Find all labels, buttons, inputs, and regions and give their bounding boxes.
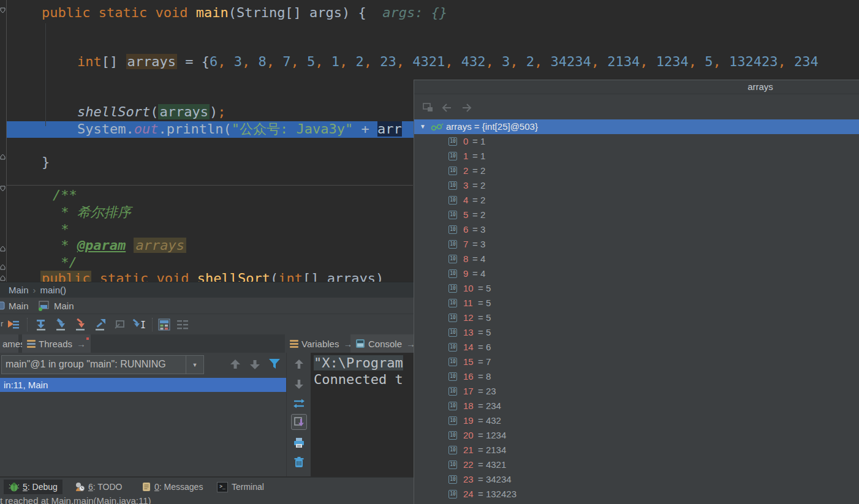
todo-toolwindow-tab[interactable]: 6: TODO [70,480,127,494]
scroll-to-end-button-active[interactable] [291,414,307,430]
debug-toolwindow-tab[interactable]: 5: Debug [4,480,62,494]
fold-up-icon[interactable] [0,274,6,281]
array-item-row[interactable]: 1021= 2134 [414,443,859,457]
messages-icon [142,482,151,492]
array-value: = 7 [478,355,491,369]
array-item-row[interactable]: 1022= 4321 [414,457,859,472]
array-item-row[interactable]: 106= 3 [414,222,859,237]
code-line[interactable]: /** [53,187,77,203]
print-button[interactable] [291,435,307,451]
array-item-row[interactable]: 109= 4 [414,266,859,281]
console-tab[interactable]: Console → [350,334,420,353]
debug-window-tab-main[interactable]: Main [38,298,74,314]
step-over-button[interactable] [34,317,49,332]
array-item-row[interactable]: 103= 2 [414,178,859,193]
array-item-row[interactable]: 100= 1 [414,134,859,149]
clear-console-trash-button[interactable] [291,454,307,470]
console-output[interactable]: "X:\Program Connected t [311,353,414,476]
show-execution-point-button[interactable] [6,317,21,332]
variables-tab[interactable]: Variables → [285,334,357,353]
array-index: 14 [463,340,474,355]
new-watch-icon-disabled[interactable] [422,101,435,115]
primitive-value-icon: 10 [448,358,457,366]
array-item-row[interactable]: 1017= 23 [414,384,859,399]
fold-up-icon[interactable] [0,153,6,160]
array-item-row[interactable]: 108= 4 [414,252,859,266]
threads-tab[interactable]: Threads → [22,334,91,353]
fold-up-icon[interactable] [0,263,6,270]
code-line[interactable]: */ [53,255,77,271]
array-value: = 1 [472,149,485,164]
primitive-value-icon: 10 [448,255,457,263]
next-frame-button[interactable] [248,358,262,374]
frames-tab-cut[interactable]: ames → [0,334,18,353]
array-root-row-selected[interactable]: ▼ arrays = {int[25]@503} [414,119,859,134]
array-item-row[interactable]: 1010= 5 [414,281,859,296]
primitive-value-icon: 10 [448,372,457,381]
array-item-row[interactable]: 1014= 6 [414,340,859,355]
force-step-into-button[interactable] [74,317,88,332]
evaluate-expression-button[interactable] [157,317,172,332]
indent-guide [45,23,46,126]
console-tab-label: Console [368,339,402,349]
code-line[interactable]: public static void main(String[] args) {… [42,5,447,21]
back-arrow-icon-disabled[interactable] [441,101,454,115]
code-token: arr [377,121,402,137]
breadcrumb-class[interactable]: Main [9,285,29,295]
array-item-row[interactable]: 107= 3 [414,237,859,252]
fold-up-icon[interactable] [0,245,6,252]
array-item-row[interactable]: 1013= 5 [414,325,859,340]
array-item-row[interactable]: 105= 2 [414,208,859,222]
code-line[interactable]: } [42,154,50,170]
run-to-cursor-button[interactable]: I [132,317,147,332]
code-token: shellSort [77,104,150,119]
prev-frame-button[interactable] [228,358,243,374]
array-index: 0 [463,134,468,149]
array-item-row[interactable]: 102= 2 [414,164,859,178]
dropdown-arrow-icon[interactable]: ▼ [186,356,203,374]
array-item-row[interactable]: 1012= 5 [414,310,859,325]
popup-title-bar[interactable]: arrays [414,80,859,94]
code-line[interactable]: * @param arrays [53,238,186,254]
array-item-row[interactable]: 1020= 1234 [414,428,859,443]
fold-gutter[interactable] [0,0,7,282]
array-item-row[interactable]: 1011= 5 [414,296,859,310]
step-out-button[interactable] [93,317,108,332]
step-into-button[interactable] [54,317,69,332]
forward-arrow-icon-disabled[interactable] [460,101,473,115]
soft-wrap-button[interactable] [291,396,307,412]
array-item-row[interactable]: 1015= 7 [414,355,859,369]
selected-stack-frame-row[interactable]: in:11, Main [0,378,286,392]
array-item-row[interactable]: 1024= 132423 [414,487,859,502]
code-line[interactable]: System.out.println("公众号: Java3y" + arr [77,121,402,137]
code-line[interactable]: public static void shellSort(int[] array… [40,271,384,282]
restore-layout-button-disabled[interactable] [175,317,190,332]
array-value: = 2 [472,208,485,222]
code-line[interactable]: int[] arrays = {6, 3, 8, 7, 5, 1, 2, 23,… [77,54,819,70]
array-index: 17 [463,384,474,399]
primitive-value-icon: 10 [448,211,457,219]
code-line[interactable]: * [53,222,69,238]
array-item-row[interactable]: 104= 2 [414,193,859,208]
expand-triangle-icon[interactable]: ▼ [420,119,426,134]
up-stack-button[interactable] [291,356,307,372]
thread-selector-dropdown[interactable]: main"@1 in group "main": RUNNING ▼ [1,355,204,374]
breadcrumb-method[interactable]: main() [40,285,67,295]
array-item-row[interactable]: 1019= 432 [414,413,859,428]
fold-down-icon[interactable] [0,186,6,192]
editor-tab-main[interactable]: Main [0,298,29,314]
array-item-row[interactable]: 101= 1 [414,149,859,164]
fold-down-icon[interactable] [0,7,6,14]
code-line[interactable]: * 希尔排序 [53,205,131,220]
filter-icon[interactable] [267,357,282,373]
tab-detach-arrow-icon[interactable]: → [77,339,86,349]
console-line: Connected t [314,372,403,387]
terminal-toolwindow-tab[interactable]: >_ Terminal [212,480,269,494]
array-item-row[interactable]: 1023= 34234 [414,472,859,487]
messages-toolwindow-tab[interactable]: 0: Messages [137,480,208,494]
code-line[interactable]: shellSort(arrays); [77,104,225,120]
array-item-row[interactable]: 1018= 234 [414,399,859,413]
array-item-row[interactable]: 1016= 8 [414,369,859,384]
drop-frame-button-disabled[interactable] [113,317,127,332]
down-stack-button[interactable] [291,376,307,392]
